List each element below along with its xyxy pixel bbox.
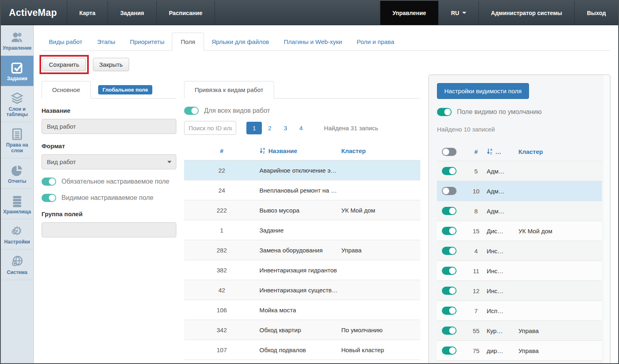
page-button[interactable]: 2 (262, 122, 277, 134)
search-input[interactable] (184, 121, 236, 135)
nav-item[interactable]: Управление (380, 1, 439, 25)
default-visible-toggle-row: Поле видимо по умолчанию (437, 108, 602, 116)
row-name: Инс… (487, 287, 518, 294)
sidebar-item[interactable]: CСистема (1, 250, 33, 280)
row-visibility-toggle[interactable] (442, 346, 457, 355)
toggle-knob (443, 188, 449, 194)
row-id: 4 (465, 248, 487, 254)
page-button[interactable]: 1 (246, 122, 262, 134)
sidebar-item-label: Управление (2, 46, 32, 51)
column-header-name[interactable]: AZ… (487, 148, 518, 156)
table-header-row: #AZ…Кластер (437, 143, 602, 161)
sidebar-item[interactable]: Хранилища (1, 189, 33, 219)
table-row[interactable]: 7Исп… (437, 301, 602, 321)
sidebar-item[interactable]: ⚙⚙Настройки (1, 219, 33, 250)
table-row[interactable]: 107Обход подваловНовый кластер (184, 340, 420, 360)
table-row[interactable]: 342Обход квартирПо умолчанию (184, 320, 420, 340)
nav-item[interactable]: RU (438, 1, 478, 25)
table-row[interactable]: 5Адм… (437, 161, 602, 181)
table-row[interactable]: 1Задание (184, 220, 420, 240)
table-row[interactable]: 24Внеплановый ремонт на … (184, 180, 420, 200)
row-cluster: УК Мой дом (341, 207, 420, 214)
table-row[interactable]: 11Инс… (437, 261, 602, 281)
row-cluster: Управа (518, 347, 602, 354)
sidebar-item[interactable]: Права на слои (1, 122, 33, 158)
required-field-label: Обязательное настраиваемое поле (61, 178, 169, 185)
svg-text:Z: Z (490, 151, 492, 154)
table-row[interactable]: 222Вывоз мусораУК Мой дом (184, 200, 420, 220)
tab-active[interactable]: Поля (172, 33, 204, 51)
header-toggle[interactable] (442, 148, 457, 156)
column-header-id[interactable]: # (184, 147, 259, 154)
nav-item[interactable]: Карта (67, 1, 108, 25)
sidebar-item[interactable]: Задания (1, 56, 33, 86)
nav-item[interactable]: Задания (108, 1, 156, 25)
page-button[interactable]: 3 (278, 122, 293, 134)
row-visibility-toggle[interactable] (442, 307, 457, 315)
work-types-binding-panel: Привязка к видам работ Для всех видов ра… (184, 79, 420, 360)
column-header-id[interactable]: # (465, 148, 487, 155)
row-cluster: УК Мой дом (518, 228, 602, 235)
tab[interactable]: Этапы (90, 33, 123, 50)
sidebar-item-label: Задания (2, 76, 32, 82)
table-row[interactable]: 382Инвентаризация гидрантов (184, 260, 420, 280)
toggle-knob (449, 268, 456, 274)
table-row[interactable]: 15Дис…УК Мой дом (437, 221, 602, 241)
default-visible-toggle[interactable] (437, 108, 452, 116)
sidebar-item[interactable]: Управление (1, 25, 33, 56)
visibility-settings-button[interactable]: Настройки видимости поля (437, 83, 529, 99)
tab[interactable]: Роли и права (349, 33, 402, 50)
group-field (42, 222, 176, 237)
tab[interactable]: Ярлыки для файлов (204, 33, 276, 50)
table-row[interactable]: 42Инвентаризация существ… (184, 280, 420, 300)
visible-field-toggle[interactable] (42, 194, 56, 202)
nav-item[interactable]: Выход (574, 1, 618, 25)
tab[interactable]: Приоритеты (123, 33, 172, 50)
row-visibility-toggle[interactable] (442, 247, 457, 255)
row-toggle-cell (437, 287, 465, 295)
close-button[interactable]: Закрыть (93, 58, 130, 71)
table-row[interactable]: 8Адм… (437, 201, 602, 221)
table-row[interactable]: 75дир…Управа (437, 341, 602, 361)
column-header-name-label: Название (268, 147, 297, 154)
row-visibility-toggle[interactable] (442, 327, 457, 335)
sidebar: УправлениеЗаданияСлои и таблицыПрава на … (1, 25, 34, 363)
row-toggle-cell (437, 187, 465, 195)
table-row[interactable]: 282Замена оборудованияУправа (184, 240, 420, 260)
table-row[interactable]: 55Кур…Управа (437, 321, 602, 341)
tab[interactable]: Плагины и Web-хуки (277, 33, 349, 50)
row-name: Вывоз мусора (259, 207, 341, 214)
settings-tabs: Виды работЭтапыПриоритетыПоляЯрлыки для … (42, 31, 610, 51)
row-visibility-toggle[interactable] (442, 207, 457, 215)
row-visibility-toggle[interactable] (442, 287, 457, 295)
nav-item[interactable]: Администратор системы (479, 1, 575, 25)
required-field-toggle[interactable] (42, 178, 56, 186)
row-name: Замена оборудования (259, 247, 341, 254)
table-row[interactable]: 22Аварийное отключение э… (184, 160, 420, 180)
save-button[interactable]: Сохранить (42, 58, 86, 71)
row-name: Адм… (487, 208, 518, 215)
row-visibility-toggle[interactable] (442, 227, 457, 235)
row-id: 24 (184, 187, 259, 194)
table-row[interactable]: 4Инс… (437, 241, 602, 261)
all-work-types-toggle[interactable] (184, 107, 199, 115)
page-button[interactable]: 4 (293, 122, 309, 134)
row-visibility-toggle[interactable] (442, 167, 457, 175)
column-header-name[interactable]: AZНазвание (259, 147, 341, 155)
tab-main[interactable]: Основное (42, 81, 91, 99)
table-row[interactable]: 10Адм… (437, 181, 602, 201)
column-header-cluster[interactable]: Кластер (341, 147, 420, 154)
chevron-down-icon (167, 161, 171, 163)
toggle-knob (191, 107, 198, 114)
format-select-value: Вид работ (47, 158, 76, 165)
tab-binding-work-types[interactable]: Привязка к видам работ (184, 81, 274, 99)
row-visibility-toggle[interactable] (442, 187, 457, 195)
column-header-cluster[interactable]: Кластер (518, 148, 602, 155)
row-visibility-toggle[interactable] (442, 267, 457, 275)
sidebar-item[interactable]: Слои и таблицы (1, 86, 33, 123)
table-row[interactable]: 12Инс… (437, 281, 602, 301)
nav-item[interactable]: Расписание (156, 1, 215, 25)
tab[interactable]: Виды работ (42, 33, 90, 50)
table-row[interactable]: 106Мойка моста (184, 300, 420, 320)
sidebar-item[interactable]: Отчеты (1, 158, 33, 189)
